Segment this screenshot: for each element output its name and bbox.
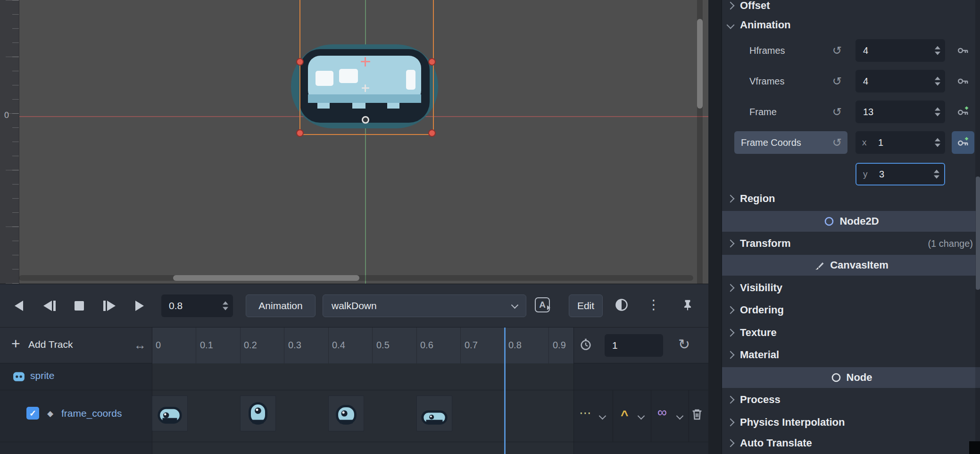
section-label: Auto Translate <box>740 437 812 449</box>
value-spinner[interactable] <box>935 77 940 86</box>
spin-up-icon[interactable] <box>223 302 228 305</box>
spin-down-icon[interactable] <box>935 52 940 55</box>
hframes-input[interactable]: 4 <box>855 39 945 62</box>
section-transform[interactable]: Transform (1 change) <box>722 233 980 254</box>
section-material[interactable]: Material <box>722 345 980 365</box>
property-label[interactable]: Frame Coords <box>741 137 801 148</box>
wrap-mode-icon[interactable]: ∞ <box>657 405 667 420</box>
selection-handle[interactable] <box>296 129 304 137</box>
keyframe-thumbnail[interactable] <box>240 395 276 431</box>
frame-coords-x-input[interactable]: x 1 <box>855 131 945 154</box>
track-enabled-checkbox[interactable]: ✓ <box>26 407 39 420</box>
chevron-right-icon <box>727 284 735 292</box>
revert-icon[interactable]: ↺ <box>832 75 842 88</box>
section-label: Visibility <box>740 282 782 294</box>
selection-handle[interactable] <box>428 129 436 137</box>
revert-icon[interactable]: ↺ <box>832 105 842 118</box>
section-texture[interactable]: Texture <box>722 322 980 343</box>
property-label[interactable]: Frame <box>749 107 777 118</box>
play-backwards-button[interactable] <box>8 295 30 316</box>
pin-animation-player-button[interactable] <box>676 294 699 315</box>
selection-handle[interactable] <box>296 58 304 66</box>
play-from-current-button[interactable] <box>98 295 121 316</box>
property-label[interactable]: Hframes <box>749 45 785 56</box>
canvasitem-icon <box>814 260 825 271</box>
section-animation[interactable]: Animation <box>722 13 980 37</box>
key-icon[interactable] <box>957 44 969 57</box>
play-backwards-from-current-button[interactable] <box>38 295 61 316</box>
separator <box>0 390 708 390</box>
keyframe-thumbnail[interactable] <box>152 395 188 431</box>
frame-input[interactable]: 13 <box>855 101 945 123</box>
add-track-button[interactable]: Add Track <box>28 339 73 350</box>
ruler-label: 0.8 <box>508 340 522 351</box>
category-node2d: Node2D <box>722 211 980 232</box>
position-spinner[interactable] <box>223 302 228 311</box>
autoplay-on-load-button[interactable]: A <box>531 294 554 315</box>
value-spinner[interactable] <box>935 108 940 117</box>
section-process[interactable]: Process <box>722 389 980 410</box>
onion-options-button[interactable]: ⋮ <box>642 294 665 315</box>
play-button[interactable] <box>128 295 151 316</box>
add-key-button[interactable] <box>952 131 974 154</box>
animation-length-field[interactable]: 1 <box>605 334 663 357</box>
ruler-label: 0.6 <box>420 340 433 351</box>
revert-icon[interactable]: ↺ <box>832 44 842 57</box>
frame-coords-y-input[interactable]: y 3 <box>855 163 945 185</box>
spin-down-icon[interactable] <box>223 307 228 311</box>
delete-track-button[interactable] <box>690 408 704 421</box>
spin-down-icon[interactable] <box>935 144 940 147</box>
section-visibility[interactable]: Visibility <box>722 277 980 298</box>
chevron-right-icon <box>727 306 735 314</box>
interpolation-mode-icon[interactable]: ^ <box>621 408 628 423</box>
pivot-cross-icon[interactable] <box>365 84 366 92</box>
edit-button[interactable]: Edit <box>569 294 603 317</box>
track-property-name[interactable]: frame_coords <box>61 408 122 419</box>
property-label[interactable]: Vframes <box>749 76 784 87</box>
update-mode-icon[interactable]: ⋯ <box>579 406 591 420</box>
inspector-scrollbar-thumb[interactable] <box>976 177 980 290</box>
corner-overlay <box>969 441 980 454</box>
loop-button[interactable]: ↻ <box>678 336 690 353</box>
keyframe-thumbnail[interactable] <box>416 395 452 431</box>
play-icon <box>135 301 144 311</box>
value-spinner[interactable] <box>935 46 940 55</box>
current-animation-dropdown[interactable]: walkDown <box>323 294 526 317</box>
track-node-name[interactable]: sprite <box>30 370 54 381</box>
spin-up-icon[interactable] <box>934 170 939 173</box>
spin-down-icon[interactable] <box>934 176 939 179</box>
origin-gizmo-icon[interactable] <box>362 116 369 124</box>
value-spinner[interactable] <box>935 138 940 147</box>
keyframe-thumbnail[interactable] <box>328 395 364 431</box>
spin-up-icon[interactable] <box>935 46 940 50</box>
playhead[interactable] <box>504 328 506 454</box>
animation-position-field[interactable]: 0.8 <box>161 294 233 317</box>
spin-down-icon[interactable] <box>935 113 940 117</box>
section-label: Region <box>740 193 775 205</box>
add-key-icon[interactable] <box>957 106 969 118</box>
key-icon[interactable] <box>957 75 969 87</box>
onion-skinning-button[interactable] <box>610 294 633 315</box>
spin-up-icon[interactable] <box>935 138 940 142</box>
spin-down-icon[interactable] <box>935 83 940 86</box>
2d-viewport[interactable]: 0 <box>0 0 708 284</box>
property-row-frame-coords: Frame Coords ↺ x 1 <box>722 130 980 155</box>
section-region[interactable]: Region <box>722 188 980 209</box>
revert-icon[interactable]: ↺ <box>832 136 842 149</box>
section-ordering[interactable]: Ordering <box>722 300 980 320</box>
animation-menu-button[interactable]: Animation <box>246 294 316 317</box>
vframes-input[interactable]: 4 <box>855 70 945 92</box>
section-auto-translate[interactable]: Auto Translate <box>722 433 980 454</box>
value-spinner[interactable] <box>934 170 939 179</box>
category-label: Node <box>847 371 872 384</box>
selection-handle[interactable] <box>428 58 436 66</box>
pan-timeline-icon[interactable]: ↔ <box>134 338 146 353</box>
selection-rect[interactable] <box>299 0 434 135</box>
horizontal-scrollbar-thumb[interactable] <box>173 275 359 281</box>
spin-up-icon[interactable] <box>935 77 940 80</box>
vertical-scrollbar-thumb[interactable] <box>697 19 703 109</box>
ruler-label: 0.3 <box>288 340 301 351</box>
stop-button[interactable] <box>68 295 91 316</box>
spin-up-icon[interactable] <box>935 108 940 111</box>
section-physics-interpolation[interactable]: Physics Interpolation <box>722 412 980 433</box>
